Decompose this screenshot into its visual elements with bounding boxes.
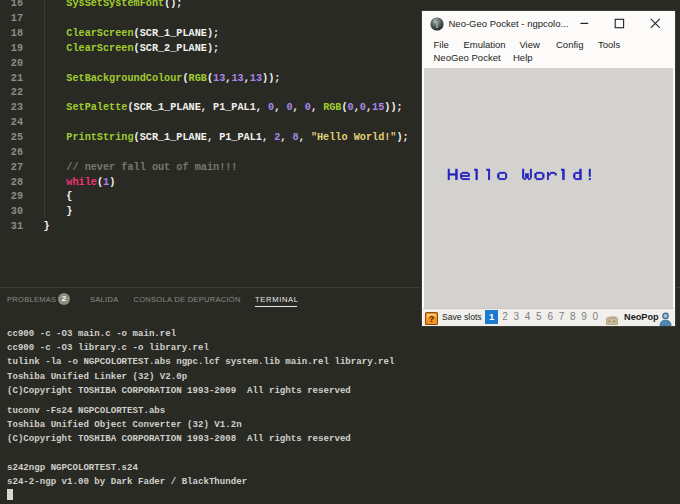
svg-text:?: ?: [428, 314, 434, 324]
